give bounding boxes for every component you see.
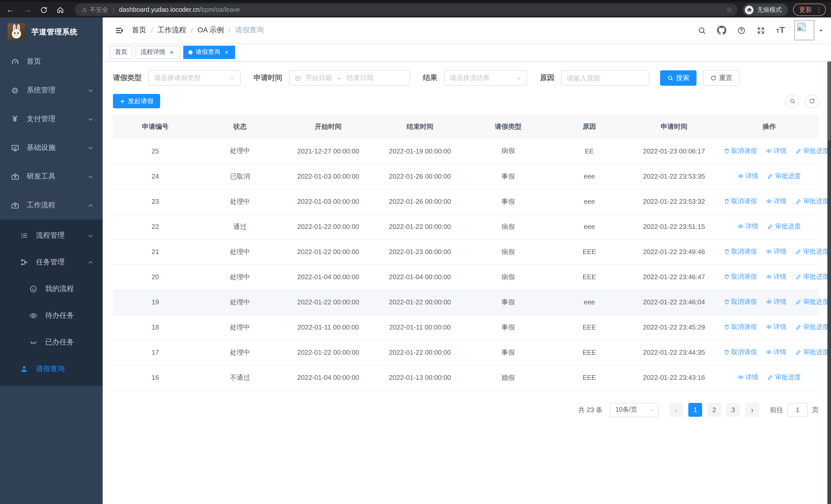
detail-link[interactable]: 详情 xyxy=(766,247,786,256)
refresh-table-button[interactable] xyxy=(805,94,819,108)
approval-progress-link[interactable]: 审批进度 xyxy=(767,373,801,382)
github-icon[interactable] xyxy=(717,26,726,35)
approval-progress-link[interactable]: 审批进度 xyxy=(796,323,829,331)
search-button[interactable]: 搜索 xyxy=(660,70,696,86)
breadcrumb-item[interactable]: 首页 xyxy=(132,26,146,35)
table-row[interactable]: 19 处理中 2022-01-22 00:00:00 2022-01-22 00… xyxy=(113,290,819,315)
detail-link[interactable]: 详情 xyxy=(766,323,786,331)
cell-reason: eee xyxy=(550,164,628,189)
create-leave-button[interactable]: 发起请假 xyxy=(113,94,160,108)
total-count: 共 23 条 xyxy=(578,405,603,414)
reset-button[interactable]: 重置 xyxy=(703,70,740,86)
cancel-leave-link[interactable]: 取消请假 xyxy=(723,323,757,331)
cell-start-time: 2022-01-22 00:00:00 xyxy=(282,290,374,315)
header-search-icon[interactable] xyxy=(697,26,706,35)
cancel-leave-link[interactable]: 取消请假 xyxy=(723,247,757,256)
address-bar[interactable]: ⚠ 不安全 dashboard.yudao.iocoder.cn /bpm/oa… xyxy=(75,4,738,16)
approval-progress-link[interactable]: 审批进度 xyxy=(796,147,829,155)
approval-progress-link[interactable]: 审批进度 xyxy=(796,272,829,281)
sidebar-item-system[interactable]: ⚙ 系统管理 xyxy=(0,76,103,105)
detail-link[interactable]: 详情 xyxy=(738,373,758,382)
goto-page-input[interactable] xyxy=(787,403,808,417)
table-row[interactable]: 17 处理中 2022-01-22 00:00:00 2022-01-22 00… xyxy=(113,340,819,365)
page-button-3[interactable]: 3 xyxy=(726,403,740,417)
security-warning-label[interactable]: 不安全 xyxy=(90,5,108,14)
hide-search-button[interactable] xyxy=(785,94,799,108)
page-button-2[interactable]: 2 xyxy=(707,403,721,417)
breadcrumb-item[interactable]: OA 示例 xyxy=(198,26,224,35)
table-row[interactable]: 23 处理中 2022-01-03 00:00:00 2022-01-26 00… xyxy=(113,189,819,214)
approval-progress-link[interactable]: 审批进度 xyxy=(796,197,829,206)
tag-home[interactable]: 首页 xyxy=(110,46,133,59)
detail-link[interactable]: 详情 xyxy=(766,147,786,155)
browser-reload-icon[interactable] xyxy=(40,6,48,13)
table-row[interactable]: 21 处理中 2022-01-22 00:00:00 2022-01-23 00… xyxy=(113,239,819,264)
apply-time-range-picker[interactable]: 开始日期 - 结束日期 xyxy=(289,70,410,86)
browser-update-button[interactable]: 更新 ⋮ xyxy=(793,4,826,16)
page-button-1[interactable]: 1 xyxy=(688,403,702,417)
detail-link[interactable]: 详情 xyxy=(766,272,786,281)
cell-end-time: 2022-01-22 00:00:00 xyxy=(374,214,466,239)
cancel-leave-link[interactable]: 取消请假 xyxy=(723,272,757,281)
result-select[interactable]: 请选择流结果 xyxy=(444,70,527,86)
sidebar-item-done-tasks[interactable]: 已办任务 xyxy=(0,329,103,356)
sidebar-item-payment[interactable]: ¥ 支付管理 xyxy=(0,105,103,134)
table-row[interactable]: 24 已取消 2022-01-03 00:00:00 2022-01-26 00… xyxy=(113,164,819,189)
avatar-caret-icon[interactable] xyxy=(818,27,824,33)
next-page-button[interactable]: › xyxy=(745,403,759,417)
avatar[interactable] xyxy=(794,20,814,40)
col-apply-time: 申请时间 xyxy=(628,115,720,139)
sidebar-item-my-processes[interactable]: 我的流程 xyxy=(0,276,103,302)
list-icon xyxy=(20,231,29,240)
sidebar-item-process-management[interactable]: 流程管理 xyxy=(0,222,103,249)
approval-progress-link[interactable]: 审批进度 xyxy=(767,222,801,231)
sidebar-collapse-icon[interactable] xyxy=(115,26,124,35)
scrollbar[interactable] xyxy=(827,18,831,504)
table-row[interactable]: 16 不通过 2022-01-04 00:00:00 2022-01-13 00… xyxy=(113,365,819,390)
approval-progress-link[interactable]: 审批进度 xyxy=(796,298,829,306)
close-icon[interactable]: × xyxy=(168,49,175,55)
detail-link[interactable]: 详情 xyxy=(766,197,786,206)
cancel-leave-link[interactable]: 取消请假 xyxy=(723,348,757,357)
sidebar-item-infrastructure[interactable]: 基础设施 xyxy=(0,134,103,162)
browser-home-icon[interactable] xyxy=(56,6,64,13)
cancel-leave-link[interactable]: 取消请假 xyxy=(723,197,757,206)
leave-type-select[interactable]: 请选择请假类型 xyxy=(148,70,241,86)
detail-link[interactable]: 详情 xyxy=(766,348,786,357)
detail-link[interactable]: 详情 xyxy=(738,222,758,231)
table-row[interactable]: 20 处理中 2022-01-04 00:00:00 2022-01-04 00… xyxy=(113,264,819,290)
approval-progress-link[interactable]: 审批进度 xyxy=(767,172,801,181)
sidebar-item-leave-query[interactable]: 请假查询 xyxy=(0,356,103,382)
approval-progress-link[interactable]: 审批进度 xyxy=(796,247,829,256)
breadcrumb-item[interactable]: 工作流程 xyxy=(157,26,186,35)
sidebar-item-home[interactable]: 首页 xyxy=(0,47,103,76)
page-size-select[interactable]: 10条/页 xyxy=(610,403,659,417)
fullscreen-icon[interactable] xyxy=(756,26,765,35)
prev-page-button[interactable]: ‹ xyxy=(669,403,683,417)
table-row[interactable]: 22 通过 2022-01-22 00:00:00 2022-01-22 00:… xyxy=(113,214,819,239)
chevron-up-icon xyxy=(88,203,93,208)
app-logo[interactable]: 芋道管理系统 xyxy=(0,18,103,46)
tag-process-detail[interactable]: 流程详情× xyxy=(136,46,180,59)
table-header-row: 申请编号 状态 开始时间 结束时间 请假类型 原因 申请时间 操作 xyxy=(113,115,819,139)
help-icon[interactable] xyxy=(737,26,746,35)
sidebar-item-workflow[interactable]: 工作流程 xyxy=(0,191,103,220)
browser-menu-icon[interactable]: ⋮ xyxy=(815,6,822,13)
reason-input[interactable] xyxy=(561,70,649,86)
cancel-leave-link[interactable]: 取消请假 xyxy=(723,298,757,306)
detail-link[interactable]: 详情 xyxy=(738,172,758,181)
browser-back-icon[interactable]: ← xyxy=(6,6,15,14)
browser-forward-icon[interactable]: → xyxy=(23,6,31,14)
sidebar-item-dev-tools[interactable]: 研发工具 xyxy=(0,162,103,191)
tag-leave-query[interactable]: 请假查询× xyxy=(183,46,235,59)
font-size-icon[interactable]: TT xyxy=(776,25,785,35)
cancel-leave-link[interactable]: 取消请假 xyxy=(723,147,757,155)
sidebar-item-todo-tasks[interactable]: 待办任务 xyxy=(0,302,103,329)
table-row[interactable]: 25 处理中 2021-12-27 00:00:00 2022-01-19 00… xyxy=(113,139,819,164)
sidebar-item-task-management[interactable]: 任务管理 xyxy=(0,249,103,276)
close-icon[interactable]: × xyxy=(223,49,230,55)
table-row[interactable]: 18 处理中 2022-01-11 00:00:00 2022-01-11 00… xyxy=(113,315,819,340)
approval-progress-link[interactable]: 审批进度 xyxy=(796,348,829,357)
detail-link[interactable]: 详情 xyxy=(766,298,786,306)
bookmark-star-icon[interactable]: ☆ xyxy=(726,6,733,14)
